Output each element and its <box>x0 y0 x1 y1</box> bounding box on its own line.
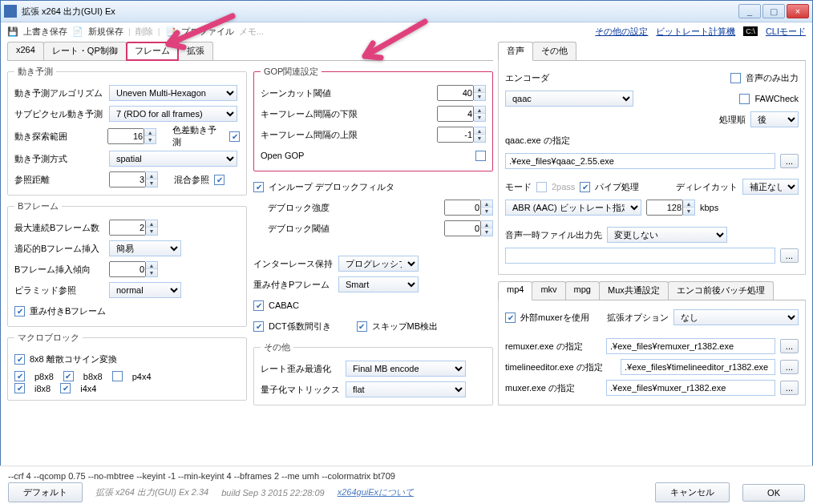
interlace-select[interactable]: プログレッシブ <box>338 256 419 272</box>
audio-only-check[interactable] <box>730 73 741 83</box>
remuxer-path-input[interactable] <box>606 338 775 354</box>
close-button[interactable]: × <box>787 4 809 18</box>
p8x8-check[interactable] <box>14 371 25 381</box>
2pass-check <box>536 182 547 192</box>
maximize-button[interactable]: ▢ <box>762 4 785 18</box>
build-label: build Sep 3 2015 22:28:09 <box>221 488 324 498</box>
dct88-check[interactable] <box>14 354 25 365</box>
profile-button[interactable]: プロファイル <box>181 26 234 38</box>
memo-field[interactable]: メモ... <box>239 26 264 38</box>
weighted-p-select[interactable]: Smart <box>338 276 419 292</box>
tl-browse-button[interactable]: ... <box>780 360 799 374</box>
profile-icon: 📑 <box>165 26 176 37</box>
mixed-ref-check[interactable] <box>214 175 224 185</box>
faw-check[interactable] <box>739 94 750 104</box>
tmp-select[interactable]: 変更しない <box>607 227 727 243</box>
tl-path-input[interactable] <box>621 359 775 375</box>
tab-batch[interactable]: エンコ前後バッチ処理 <box>668 281 774 300</box>
audio-mode-select[interactable]: ABR (AAC) ビットレート指定 <box>505 200 641 216</box>
pipe-check[interactable] <box>580 182 590 192</box>
me-method-select[interactable]: spatial <box>109 151 237 167</box>
cli-mode-link[interactable]: CLIモード <box>766 26 806 38</box>
minimize-button[interactable]: _ <box>738 4 761 18</box>
tab-ext[interactable]: 拡張 <box>178 42 213 60</box>
default-button[interactable]: デフォルト <box>8 482 83 502</box>
bframe-adapt-select[interactable]: 簡易 <box>109 240 181 256</box>
other-group: その他 レート歪み最適化 Final MB encode 量子化マトリックス f… <box>253 341 493 405</box>
titlebar: 拡張 x264 出力(GUI) Ex _ ▢ × <box>1 1 812 22</box>
deblock-strength-input[interactable] <box>444 200 481 216</box>
tab-audio[interactable]: 音声 <box>498 42 533 61</box>
macroblock-group: マクロブロック 8x8 離散コサイン変換 p8x8 b8x8 p4x4 i8x8… <box>7 332 247 401</box>
tab-x264[interactable]: x264 <box>7 42 44 60</box>
tab-mp4[interactable]: mp4 <box>498 281 532 300</box>
new-save-button[interactable]: 新規保存 <box>88 26 123 38</box>
ok-button[interactable]: OK <box>742 484 805 502</box>
audio-tabs: 音声 その他 <box>498 42 806 61</box>
open-gop-check[interactable] <box>475 151 486 161</box>
keyint-min-input[interactable] <box>437 106 474 122</box>
main-tabs: x264 レート・QP制御 フレーム 拡張 <box>7 42 493 61</box>
remuxer-browse-button[interactable]: ... <box>780 339 799 353</box>
overwrite-button[interactable]: 上書き保存 <box>23 26 67 38</box>
me-sub-select[interactable]: 7 (RDO for all frames) <box>109 106 237 122</box>
weighted-b-check[interactable] <box>14 306 25 317</box>
inloop-deblock-check[interactable] <box>253 182 264 192</box>
encoder-select[interactable]: qaac <box>505 91 633 107</box>
mux-tabs: mp4 mkv mpg Mux共通設定 エンコ前後バッチ処理 <box>498 281 806 300</box>
rd-select[interactable]: Final MB encode <box>346 361 466 377</box>
gop-group: GOP関連設定 シーンカット閾値 ▲▼ キーフレーム間隔の下限 ▲▼ キーフレー… <box>253 66 493 171</box>
bframe-group: Bフレーム 最大連続Bフレーム数 ▲▼ 適応的Bフレーム挿入 簡易 Bフレーム挿… <box>7 200 247 327</box>
about-link[interactable]: x264guiExについて <box>338 486 414 498</box>
ext-muxer-check[interactable] <box>505 312 516 323</box>
skip-mb-check[interactable] <box>357 321 367 332</box>
i4x4-check[interactable] <box>60 383 71 393</box>
p4x4-check[interactable] <box>112 371 123 381</box>
tab-rate[interactable]: レート・QP制御 <box>43 42 127 60</box>
toolbar: 💾 上書き保存 📄 新規保存 | 削除 | 📑 プロファイル メモ... その他… <box>1 22 812 40</box>
order-select[interactable]: 後 <box>750 111 799 127</box>
commandline-display: --crf 4 --qcomp 0.75 --no-mbtree --keyin… <box>0 466 813 481</box>
save-icon: 💾 <box>7 26 18 37</box>
scenecut-input[interactable] <box>437 85 474 101</box>
bframe-bias-input[interactable] <box>109 261 146 277</box>
tab-frame[interactable]: フレーム <box>126 42 179 61</box>
cancel-button[interactable]: キャンセル <box>655 482 730 502</box>
muxer-path-input[interactable] <box>606 380 775 396</box>
ref-input[interactable] <box>109 171 146 187</box>
i8x8-check[interactable] <box>14 383 25 393</box>
other-settings-link[interactable]: その他の設定 <box>595 26 648 38</box>
cabac-check[interactable] <box>253 300 264 311</box>
me-alg-select[interactable]: Uneven Multi-Hexagon <box>109 85 237 101</box>
keyint-max-input[interactable] <box>437 127 474 143</box>
cqm-select[interactable]: flat <box>346 381 466 397</box>
bitrate-input[interactable] <box>646 200 683 216</box>
tab-mpg[interactable]: mpg <box>565 281 600 300</box>
save-new-icon: 📄 <box>72 26 83 37</box>
cli-icon: C:\ <box>743 26 758 36</box>
qaac-path-input[interactable] <box>505 153 775 169</box>
deblock-thresh-input[interactable] <box>444 220 481 236</box>
bframe-max-input[interactable] <box>109 220 146 236</box>
b8x8-check[interactable] <box>63 371 74 381</box>
app-icon <box>4 5 17 18</box>
delay-select[interactable]: 補正なし <box>742 179 799 195</box>
tmp-path-input[interactable] <box>505 248 775 264</box>
muxer-browse-button[interactable]: ... <box>780 381 799 395</box>
bitrate-calc-link[interactable]: ビットレート計算機 <box>656 26 735 38</box>
tab-audio-other[interactable]: その他 <box>532 42 576 60</box>
qaac-browse-button[interactable]: ... <box>780 154 799 168</box>
me-range-input[interactable] <box>107 128 144 144</box>
window-title: 拡張 x264 出力(GUI) Ex <box>22 6 738 18</box>
tmp-browse-button[interactable]: ... <box>780 248 799 263</box>
tab-mkv[interactable]: mkv <box>532 281 565 300</box>
ext-opt-select[interactable]: なし <box>673 309 799 325</box>
motion-estimation-group: 動き予測 動き予測アルゴリズム Uneven Multi-Hexagon サブピ… <box>7 66 247 196</box>
dct-check[interactable] <box>253 321 264 332</box>
delete-button: 削除 <box>136 26 153 38</box>
version-label: 拡張 x264 出力(GUI) Ex 2.34 <box>95 486 208 498</box>
chroma-me-check[interactable] <box>229 131 240 142</box>
bframe-pyr-select[interactable]: normal <box>109 282 181 298</box>
tab-muxcommon[interactable]: Mux共通設定 <box>599 281 669 300</box>
